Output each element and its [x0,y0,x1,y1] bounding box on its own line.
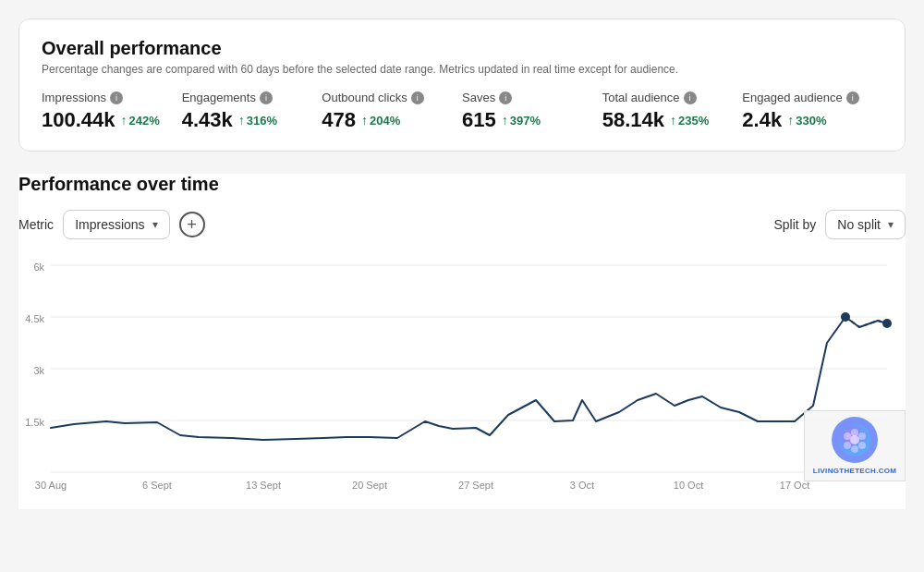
metric-item-engagements: Engagements i 4.43k ↑ 316% [182,91,322,132]
metric-value-row-impressions: 100.44k ↑ 242% [42,108,167,132]
metric-change-outbound-clicks: ↑ 204% [361,113,400,128]
chart-dashed-line [845,317,887,327]
metric-change-pct-engaged-audience: 330% [796,114,826,128]
performance-card: Overall performance Percentage changes a… [18,18,906,152]
metric-item-saves: Saves i 615 ↑ 397% [462,91,602,132]
svg-point-11 [844,432,851,440]
x-label-6sept: 6 Sept [142,480,172,491]
arrow-up-icon-engagements: ↑ [238,113,245,128]
metric-value-row-outbound-clicks: 478 ↑ 204% [322,108,447,132]
metric-selector: Metric Impressions ▾ + [18,210,205,239]
watermark: LIVINGTHETECH.COM [804,410,906,481]
chart-wrapper: 6k 4.5k 3k 1.5k [18,250,906,509]
metric-label-engaged-audience: Engaged audience i [742,91,868,104]
page-container: Overall performance Percentage changes a… [0,0,924,518]
metric-change-saves: ↑ 397% [502,113,541,128]
metric-selected-value: Impressions [75,217,144,232]
metric-change-engaged-audience: ↑ 330% [787,113,826,128]
metric-value-saves: 615 [462,108,496,132]
metrics-row: Impressions i 100.44k ↑ 242% Engagements… [42,91,882,132]
card-subtitle: Percentage changes are compared with 60 … [42,63,882,76]
x-label-13sept: 13 Sept [246,480,281,491]
chart-point-end [882,319,892,328]
metric-change-engagements: ↑ 316% [238,113,277,128]
metric-item-engaged-audience: Engaged audience i 2.4k ↑ 330% [742,91,882,132]
metric-change-pct-saves: 397% [510,114,541,128]
info-icon-engagements[interactable]: i [260,91,273,104]
arrow-up-icon-engaged-audience: ↑ [787,113,794,128]
svg-point-6 [851,429,858,436]
metric-label-engagements: Engagements i [182,91,308,104]
svg-point-12 [850,435,859,444]
info-icon-impressions[interactable]: i [110,91,123,104]
info-icon-outbound-clicks[interactable]: i [411,91,424,104]
metric-value-engagements: 4.43k [182,108,233,132]
metric-dropdown[interactable]: Impressions ▾ [63,210,169,239]
metric-value-row-engaged-audience: 2.4k ↑ 330% [742,108,868,132]
svg-point-8 [858,442,866,449]
metric-value-row-engagements: 4.43k ↑ 316% [182,108,308,132]
add-metric-button[interactable]: + [179,212,205,237]
metric-change-impressions: ↑ 242% [121,113,160,128]
metric-item-outbound-clicks: Outbound clicks i 478 ↑ 204% [322,91,462,132]
x-label-30aug: 30 Aug [35,480,67,491]
chart-point-peak [841,312,850,322]
watermark-icon [836,421,873,458]
info-icon-engaged-audience[interactable]: i [846,91,859,104]
arrow-up-icon-outbound-clicks: ↑ [361,113,368,128]
metric-name-engaged-audience: Engaged audience [742,91,842,104]
metric-label-impressions: Impressions i [42,91,167,104]
metric-value-impressions: 100.44k [42,108,116,132]
metric-value-engaged-audience: 2.4k [742,108,782,132]
x-label-27sept: 27 Sept [458,480,493,491]
metric-name-saves: Saves [462,91,495,104]
chart-controls: Metric Impressions ▾ + Split by No split… [18,210,906,239]
y-label-4.5k: 4.5k [25,313,44,324]
svg-point-10 [844,442,851,449]
metric-value-row-total-audience: 58.14k ↑ 235% [602,108,728,132]
metric-item-impressions: Impressions i 100.44k ↑ 242% [42,91,182,132]
info-icon-saves[interactable]: i [499,91,512,104]
x-label-3oct: 3 Oct [570,480,594,491]
arrow-up-icon-impressions: ↑ [121,113,128,128]
metric-name-engagements: Engagements [182,91,256,104]
split-dropdown[interactable]: No split ▾ [825,210,906,239]
metric-change-total-audience: ↑ 235% [670,113,709,128]
y-label-3k: 3k [33,365,44,376]
metric-change-pct-impressions: 242% [129,114,160,128]
info-icon-total-audience[interactable]: i [684,91,697,104]
svg-point-9 [851,445,858,453]
split-selected-value: No split [837,217,881,232]
metric-item-total-audience: Total audience i 58.14k ↑ 235% [602,91,743,132]
x-label-10oct: 10 Oct [674,480,703,491]
chart-svg-container: 6k 4.5k 3k 1.5k [18,250,906,509]
add-icon: + [187,215,197,235]
metric-label: Metric [18,217,54,232]
watermark-logo [832,417,878,463]
svg-point-7 [858,432,866,440]
chart-section: Performance over time Metric Impressions… [18,174,906,509]
metric-name-outbound-clicks: Outbound clicks [322,91,407,104]
y-label-1.5k: 1.5k [25,417,44,428]
chart-line [51,317,887,440]
watermark-text1: LIVINGTHETECH [813,467,876,475]
metric-value-outbound-clicks: 478 [322,108,356,132]
metric-change-pct-engagements: 316% [247,114,277,128]
metric-label-outbound-clicks: Outbound clicks i [322,91,447,104]
arrow-up-icon-total-audience: ↑ [670,113,676,128]
watermark-text: LIVINGTHETECH.COM [812,467,897,475]
section-title: Performance over time [18,174,906,195]
metric-name-impressions: Impressions [42,91,106,104]
split-label: Split by [773,217,816,232]
metric-value-total-audience: 58.14k [602,108,664,132]
y-label-6k: 6k [33,262,44,273]
arrow-up-icon-saves: ↑ [502,113,508,128]
metric-value-row-saves: 615 ↑ 397% [462,108,588,132]
split-dropdown-arrow: ▾ [888,218,894,231]
metric-name-total-audience: Total audience [602,91,680,104]
performance-chart: 6k 4.5k 3k 1.5k [18,250,906,509]
metric-label-total-audience: Total audience i [602,91,728,104]
metric-dropdown-arrow: ▾ [152,218,158,231]
split-selector: Split by No split ▾ [773,210,906,239]
watermark-text2: .COM [876,467,896,475]
